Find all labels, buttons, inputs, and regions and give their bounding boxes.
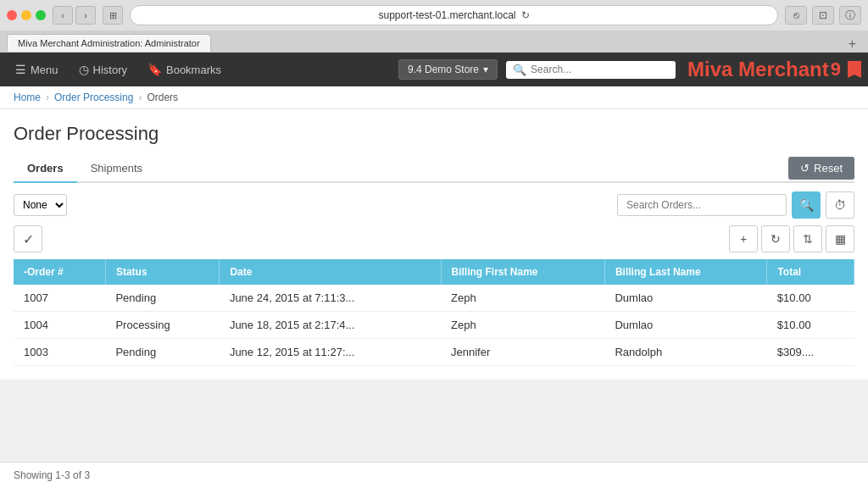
cell-first_name: Zeph bbox=[441, 312, 604, 339]
menu-button[interactable]: ☰ Menu bbox=[7, 58, 67, 80]
cell-first_name: Zeph bbox=[441, 285, 604, 312]
url-text: support-test-01.merchant.local bbox=[378, 9, 515, 21]
sort-button[interactable]: ⇅ bbox=[793, 225, 822, 252]
chevron-down-icon: ▾ bbox=[483, 64, 488, 75]
col-billing-first-name[interactable]: Billing First Name bbox=[441, 259, 604, 285]
showing-text: Showing 1-3 of 3 bbox=[14, 469, 90, 481]
cell-last_name: Dumlao bbox=[604, 312, 766, 339]
filter-right: 🔍 ⏱ bbox=[617, 191, 854, 219]
reset-label: Reset bbox=[814, 162, 843, 175]
maximize-button[interactable] bbox=[36, 10, 46, 20]
minimize-button[interactable] bbox=[21, 10, 31, 20]
cell-status: Pending bbox=[105, 285, 219, 312]
reset-button[interactable]: ↺ Reset bbox=[788, 157, 854, 180]
main-content: Order Processing Orders Shipments ↺ Rese… bbox=[0, 109, 868, 380]
reload-icon[interactable]: ↻ bbox=[521, 9, 530, 21]
sidebar-toggle-button[interactable]: ⊞ bbox=[103, 6, 123, 25]
logo-symbol: 9 bbox=[831, 58, 841, 80]
search-orders-input[interactable] bbox=[617, 194, 787, 216]
bookmarks-button[interactable]: 🔖 Bookmarks bbox=[139, 58, 230, 80]
history-label: History bbox=[93, 64, 127, 76]
share-button[interactable]: ⎋ bbox=[785, 6, 807, 25]
menu-label: Menu bbox=[31, 64, 58, 76]
duplicate-button[interactable]: ⊡ bbox=[812, 6, 834, 25]
close-button[interactable] bbox=[7, 10, 17, 20]
bookmark-flag bbox=[848, 61, 861, 78]
col-total[interactable]: Total bbox=[767, 259, 854, 285]
cell-order_num: 1007 bbox=[14, 285, 105, 312]
action-buttons: + ↻ ⇅ ▦ bbox=[729, 225, 854, 252]
breadcrumb-home[interactable]: Home bbox=[14, 92, 41, 103]
table-row[interactable]: 1004ProcessingJune 18, 2015 at 2:17:4...… bbox=[14, 312, 854, 339]
history-icon: ◷ bbox=[79, 63, 89, 76]
clock-button[interactable]: ⏱ bbox=[826, 191, 854, 219]
menu-icon: ☰ bbox=[15, 63, 26, 76]
history-button[interactable]: ◷ History bbox=[70, 58, 136, 80]
breadcrumb-order-processing[interactable]: Order Processing bbox=[54, 92, 133, 103]
cell-status: Processing bbox=[105, 312, 219, 339]
bookmark-icon: 🔖 bbox=[147, 63, 162, 76]
reset-icon: ↺ bbox=[800, 162, 810, 175]
table-header: -Order # Status Date Billing First Name … bbox=[14, 259, 854, 285]
traffic-lights bbox=[7, 10, 46, 20]
search-orders-button[interactable]: 🔍 bbox=[792, 191, 821, 219]
table-body: 1007PendingJune 24, 2015 at 7:11:3...Zep… bbox=[14, 285, 854, 366]
search-icon: 🔍 bbox=[799, 198, 814, 212]
store-selector-text: 9.4 Demo Store bbox=[408, 64, 479, 75]
table-row[interactable]: 1007PendingJune 24, 2015 at 7:11:3...Zep… bbox=[14, 285, 854, 312]
browser-tab[interactable]: Miva Merchant Administration: Administra… bbox=[7, 34, 211, 52]
cell-date: June 12, 2015 at 11:27:... bbox=[220, 339, 441, 366]
info-button[interactable]: ⓘ bbox=[839, 6, 861, 25]
filter-row: None 🔍 ⏱ bbox=[14, 191, 854, 219]
table-header-row: -Order # Status Date Billing First Name … bbox=[14, 259, 854, 285]
cell-total: $309.... bbox=[767, 339, 854, 366]
clock-icon: ⏱ bbox=[834, 198, 846, 212]
cell-total: $10.00 bbox=[767, 312, 854, 339]
columns-icon: ▦ bbox=[835, 232, 846, 246]
app-header: ☰ Menu ◷ History 🔖 Bookmarks 9.4 Demo St… bbox=[0, 53, 868, 86]
page-tabs: Orders Shipments bbox=[14, 155, 156, 181]
search-icon: 🔍 bbox=[513, 64, 526, 76]
page-title: Order Processing bbox=[14, 123, 854, 145]
table-row[interactable]: 1003PendingJune 12, 2015 at 11:27:...Jen… bbox=[14, 339, 854, 366]
col-billing-last-name[interactable]: Billing Last Name bbox=[604, 259, 766, 285]
breadcrumb-sep-1: › bbox=[46, 92, 49, 103]
col-status[interactable]: Status bbox=[105, 259, 219, 285]
check-button[interactable]: ✓ bbox=[14, 225, 42, 252]
breadcrumb-current: Orders bbox=[147, 92, 178, 103]
new-tab-button[interactable]: + bbox=[843, 36, 861, 52]
cell-last_name: Randolph bbox=[604, 339, 766, 366]
bookmarks-label: Bookmarks bbox=[166, 64, 221, 76]
filter-left: None bbox=[14, 194, 67, 216]
global-search[interactable]: 🔍 bbox=[506, 61, 676, 79]
cell-status: Pending bbox=[105, 339, 219, 366]
cell-date: June 24, 2015 at 7:11:3... bbox=[220, 285, 441, 312]
miva-logo: Miva Merchant 9 bbox=[686, 58, 841, 81]
footer: Showing 1-3 of 3 bbox=[0, 462, 868, 488]
refresh-icon: ↻ bbox=[771, 232, 781, 246]
tab-shipments[interactable]: Shipments bbox=[77, 155, 156, 183]
forward-button[interactable]: › bbox=[75, 6, 96, 25]
cell-order_num: 1003 bbox=[14, 339, 105, 366]
global-search-input[interactable] bbox=[531, 64, 669, 75]
add-button[interactable]: + bbox=[729, 225, 758, 252]
back-button[interactable]: ‹ bbox=[53, 6, 73, 25]
store-selector[interactable]: 9.4 Demo Store ▾ bbox=[398, 59, 498, 80]
col-date[interactable]: Date bbox=[220, 259, 441, 285]
filter-select[interactable]: None bbox=[14, 194, 67, 216]
tab-orders[interactable]: Orders bbox=[14, 155, 77, 183]
check-icon: ✓ bbox=[23, 231, 34, 247]
address-bar[interactable]: support-test-01.merchant.local ↻ bbox=[130, 5, 778, 25]
breadcrumb: Home › Order Processing › Orders bbox=[0, 86, 868, 109]
cell-total: $10.00 bbox=[767, 285, 854, 312]
orders-table: -Order # Status Date Billing First Name … bbox=[14, 259, 854, 366]
tabs-bar: Orders Shipments ↺ Reset bbox=[14, 155, 854, 183]
col-order-num[interactable]: -Order # bbox=[14, 259, 105, 285]
refresh-button[interactable]: ↻ bbox=[761, 225, 790, 252]
add-icon: + bbox=[740, 232, 747, 246]
cell-date: June 18, 2015 at 2:17:4... bbox=[220, 312, 441, 339]
columns-button[interactable]: ▦ bbox=[826, 225, 854, 252]
cell-first_name: Jennifer bbox=[441, 339, 604, 366]
cell-last_name: Dumlao bbox=[604, 285, 766, 312]
sort-icon: ⇅ bbox=[803, 232, 813, 246]
